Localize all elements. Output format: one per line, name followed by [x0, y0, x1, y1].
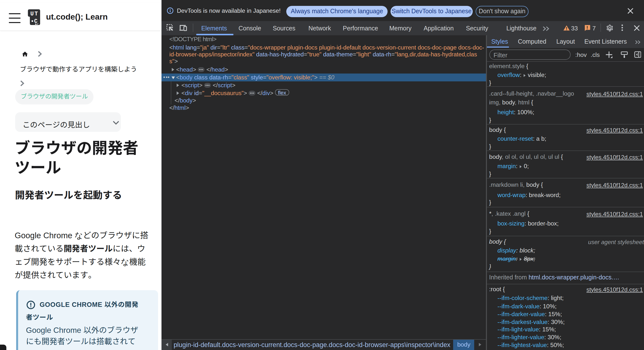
- svg-text:T: T: [34, 11, 38, 17]
- svg-text:U: U: [30, 11, 34, 17]
